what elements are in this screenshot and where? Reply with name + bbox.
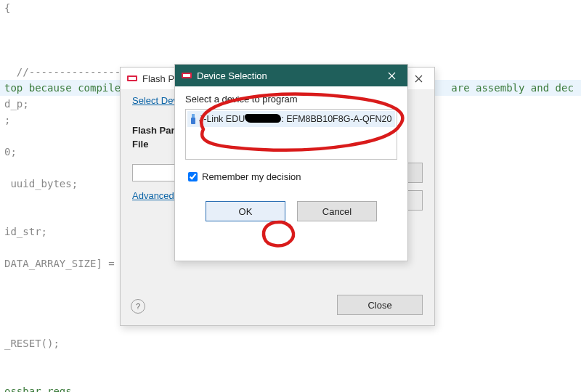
- code-line: _RESET();: [0, 335, 581, 351]
- flash-app-icon: [126, 73, 138, 84]
- device-item-redacted: [245, 114, 281, 125]
- device-selection-title: Device Selection: [197, 70, 267, 81]
- close-icon[interactable]: [375, 65, 407, 86]
- usb-icon: [190, 114, 196, 124]
- ok-button[interactable]: OK: [206, 201, 285, 221]
- device-list-item[interactable]: J-Link EDU : EFM8BB10F8G-A-QFN20: [187, 111, 395, 127]
- svg-rect-1: [129, 77, 136, 80]
- code-line: [0, 16, 581, 32]
- device-selection-prompt: Select a device to program: [185, 94, 397, 105]
- close-button[interactable]: Close: [337, 295, 423, 315]
- code-line: [0, 367, 581, 383]
- device-selection-app-icon: [181, 70, 192, 81]
- code-line: [0, 48, 581, 64]
- device-list[interactable]: J-Link EDU : EFM8BB10F8G-A-QFN20: [185, 109, 397, 160]
- device-item-suffix: : EFM8BB10F8G-A-QFN20: [281, 114, 391, 124]
- remember-decision-checkbox[interactable]: Remember my decision: [185, 170, 397, 184]
- cancel-button[interactable]: Cancel: [297, 201, 377, 221]
- device-selection-titlebar[interactable]: Device Selection: [175, 65, 407, 86]
- code-line: {: [0, 0, 581, 16]
- remember-decision-input[interactable]: [188, 172, 198, 181]
- remember-decision-label: Remember my decision: [202, 171, 301, 182]
- code-line: ossbar regs.: [0, 383, 581, 392]
- svg-rect-4: [192, 114, 195, 118]
- help-icon[interactable]: ?: [131, 299, 145, 314]
- flash-title: Flash Pr: [142, 73, 177, 84]
- device-item-prefix: J-Link EDU: [199, 114, 245, 124]
- svg-rect-5: [191, 118, 195, 124]
- device-selection-dialog: Device Selection Select a device to prog…: [174, 64, 408, 261]
- code-line: [0, 351, 581, 367]
- svg-rect-3: [183, 74, 190, 77]
- code-line: [0, 32, 581, 48]
